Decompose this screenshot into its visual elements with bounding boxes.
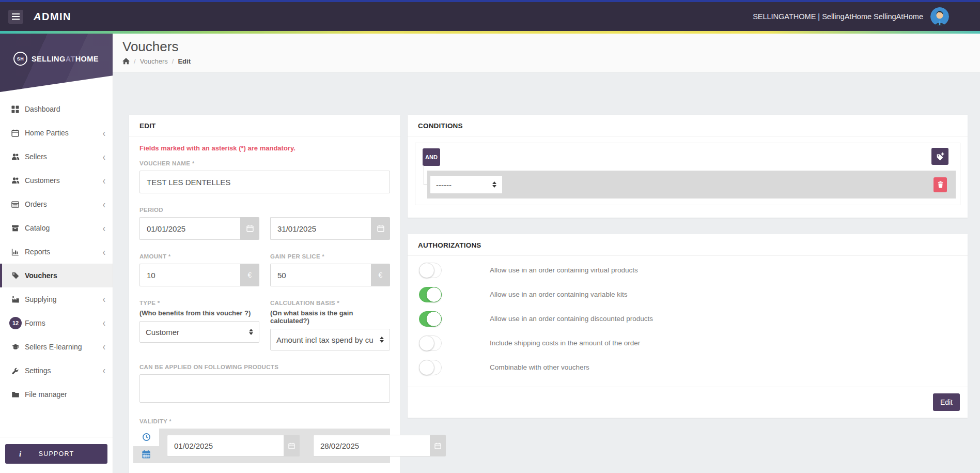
condition-type-select[interactable]: ------ [430, 175, 503, 194]
period-end-input[interactable] [270, 217, 371, 240]
breadcrumb-section[interactable]: Vouchers [140, 57, 168, 65]
toggle-discounted-products[interactable] [419, 311, 442, 327]
sidebar-item-supplying[interactable]: Supplying ‹ [0, 287, 113, 311]
sidebar-item-label: Reports [25, 248, 50, 256]
toggle-label: Allow use in an order containing discoun… [490, 315, 653, 323]
calculation-basis-select[interactable]: Amount incl tax spend by cu [270, 329, 390, 350]
gain-per-slice-label: GAIN PER SLICE * [270, 253, 390, 260]
folder-icon [11, 390, 25, 399]
sidebar-menu: Dashboard Home Parties ‹ Sellers ‹ [0, 92, 113, 437]
sidebar-item-home-parties[interactable]: Home Parties ‹ [0, 121, 113, 145]
sidebar-item-orders[interactable]: Orders ‹ [0, 192, 113, 216]
sidebar-item-sellers-elearning[interactable]: Sellers E-learning ‹ [0, 335, 113, 359]
condition-builder: AND ------ [415, 143, 960, 205]
auth-row-combinable: Combinable with other vouchers [408, 355, 968, 379]
toggle-combinable[interactable] [419, 360, 442, 375]
topbar: ADMIN SELLINGATHOME | SellingAtHome Sell… [0, 2, 980, 31]
order-list-icon [11, 201, 25, 208]
support-button[interactable]: i SUPPORT [5, 444, 107, 464]
sidebar-item-label: Dashboard [25, 105, 60, 113]
gain-per-slice-input[interactable] [270, 264, 371, 286]
toggle-virtual-products[interactable] [419, 263, 442, 278]
toggle-shipping-costs[interactable] [419, 335, 442, 351]
delete-condition-button[interactable] [934, 177, 947, 192]
sidebar-item-label: Settings [25, 367, 51, 375]
type-label: TYPE * [139, 300, 259, 306]
info-icon: i [19, 450, 22, 459]
breadcrumb: / Vouchers / Edit [122, 57, 970, 65]
calculation-basis-sublabel: (On what basis is the gain calculated?) [270, 309, 390, 325]
amount-input[interactable] [139, 264, 240, 286]
toggle-label: Combinable with other vouchers [490, 363, 589, 371]
current-user-label[interactable]: SELLINGATHOME | SellingAtHome SellingAtH… [753, 12, 923, 21]
sidebar-item-settings[interactable]: Settings ‹ [0, 359, 113, 383]
edit-submit-button[interactable]: Edit [933, 393, 960, 411]
period-start-input[interactable] [139, 217, 240, 240]
wrench-icon [11, 367, 25, 375]
chevron-left-icon: ‹ [103, 365, 105, 376]
chevron-left-icon: ‹ [103, 223, 105, 234]
clock-icon [142, 433, 151, 441]
authorizations-header: AUTHORIZATIONS [408, 234, 968, 256]
sidebar-item-label: Orders [25, 200, 47, 208]
sidebar-item-label: Sellers [25, 152, 47, 161]
edit-panel-header: EDIT [129, 115, 400, 136]
sidebar-item-vouchers[interactable]: Vouchers [0, 264, 113, 287]
sidebar-item-sellers[interactable]: Sellers ‹ [0, 145, 113, 169]
avatar-icon [930, 7, 949, 26]
user-avatar[interactable] [930, 7, 949, 26]
applicable-products-input[interactable] [139, 374, 390, 403]
sidebar-item-reports[interactable]: Reports ‹ [0, 240, 113, 264]
validity-label: VALIDITY * [139, 418, 390, 424]
main-content: Vouchers / Vouchers / Edit EDIT Fields m… [113, 34, 980, 473]
brand-header[interactable]: SH SELLINGATHOME [0, 34, 113, 92]
toggle-variable-kits[interactable] [419, 287, 442, 302]
calendar-icon[interactable] [371, 217, 390, 240]
calendar-icon[interactable] [240, 217, 259, 240]
forms-count-badge: 12 [11, 317, 25, 329]
add-condition-button[interactable] [931, 148, 948, 165]
validity-end-input[interactable] [313, 435, 430, 456]
sidebar-item-label: Home Parties [25, 129, 69, 137]
breadcrumb-separator: / [134, 57, 136, 65]
breadcrumb-separator: / [172, 57, 174, 65]
currency-euro-addon: € [240, 264, 259, 286]
chevron-left-icon: ‹ [103, 151, 105, 162]
home-icon[interactable] [122, 58, 130, 65]
toggle-label: Allow use in an order containing variabl… [490, 291, 627, 298]
chevron-left-icon: ‹ [103, 342, 105, 353]
type-sublabel: (Who benefits from this voucher ?) [139, 309, 259, 317]
sidebar-item-label: Sellers E-learning [25, 343, 82, 351]
sidebar-item-catalog[interactable]: Catalog ‹ [0, 216, 113, 240]
and-operator-button[interactable]: AND [423, 148, 440, 166]
chevron-left-icon: ‹ [103, 294, 105, 305]
voucher-name-label: VOUCHER NAME * [139, 160, 390, 166]
factory-icon [11, 295, 25, 303]
voucher-name-input[interactable] [139, 171, 390, 193]
auth-row-virtual-products: Allow use in an order containing virtual… [408, 258, 968, 282]
edit-panel: EDIT Fields marked with an asterisk (*) … [129, 115, 400, 473]
amount-label: AMOUNT * [139, 253, 259, 260]
sidebar-item-dashboard[interactable]: Dashboard [0, 97, 113, 121]
calendar-icon[interactable] [284, 435, 300, 456]
sidebar-footer: i SUPPORT [0, 437, 113, 473]
sidebar-item-file-manager[interactable]: File manager [0, 383, 113, 406]
type-select[interactable]: Customer [139, 321, 259, 343]
calendar-icon[interactable] [430, 435, 446, 456]
validity-start-input[interactable] [167, 435, 284, 456]
time-tab[interactable] [133, 429, 159, 446]
date-tab[interactable] [133, 446, 159, 464]
sidebar: SH SELLINGATHOME Dashboard Home Parties … [0, 34, 113, 473]
hamburger-menu-button[interactable] [8, 10, 23, 24]
sidebar-item-forms[interactable]: 12 Forms ‹ [0, 311, 113, 335]
users-icon [11, 176, 25, 185]
mandatory-note: Fields marked with an asterisk (*) are m… [139, 144, 390, 152]
chevron-left-icon: ‹ [103, 128, 105, 139]
tags-icon [11, 271, 25, 280]
conditions-header: CONDITIONS [408, 115, 968, 136]
calendar-icon [11, 129, 25, 137]
brand-logo-icon: SH [13, 52, 27, 66]
sidebar-item-customers[interactable]: Customers ‹ [0, 169, 113, 192]
chevron-left-icon: ‹ [103, 175, 105, 186]
calculation-basis-label: CALCULATION BASIS * [270, 300, 390, 306]
